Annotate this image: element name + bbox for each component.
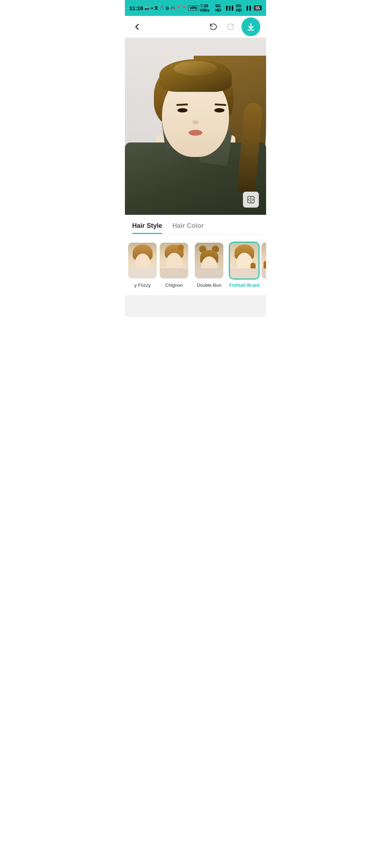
status-bar: 11:19 📷 ● 支 🎵 ◎ 🎮 📍 📍 VPN 7.20 KB/s 5G H…	[125, 0, 266, 16]
style-label-fishtail-braid: Fishtail Braid	[229, 282, 259, 288]
download-button[interactable]	[241, 17, 260, 36]
pay-icon: 支	[154, 5, 158, 11]
network-speed: 7.20 KB/s	[201, 4, 214, 12]
battery-level: 55	[254, 5, 262, 10]
style-thumb-double-bun[interactable]	[194, 242, 224, 280]
main-image-area	[125, 38, 266, 215]
signal-bars2: ▌▌	[247, 6, 252, 10]
status-icons: 📷 ● 支 🎵 ◎ 🎮 📍	[144, 5, 181, 11]
status-left: 11:19 📷 ● 支 🎵 ◎ 🎮 📍	[129, 5, 181, 11]
styles-row: y Frizzy Chignon	[125, 242, 266, 288]
location-icon: 📍	[181, 6, 186, 10]
signal-5g: 5G HD	[215, 4, 224, 12]
location-icon2: 📍	[176, 6, 181, 10]
tabs-row: Hair Style Hair Color	[132, 222, 259, 234]
style-item-wavy-frizzy[interactable]: y Frizzy	[131, 242, 154, 288]
signal-hd: 5G HD	[236, 4, 245, 12]
status-right: 📍 VPN 7.20 KB/s 5G HD ▌▌▌ 5G HD ▌▌ 55	[181, 4, 262, 12]
vpn-badge: VPN	[188, 5, 199, 11]
style-label-chignon: Chignon	[165, 282, 182, 288]
styles-section: y Frizzy Chignon	[125, 234, 266, 295]
qq-icon: ◎	[165, 6, 169, 10]
nav-actions-group	[207, 17, 260, 36]
compare-button[interactable]	[243, 192, 259, 208]
camera-icon: 📷	[144, 6, 150, 10]
top-navigation	[125, 16, 266, 38]
status-time: 11:19	[129, 5, 143, 11]
game-icon: 🎮	[170, 6, 175, 10]
bottom-area	[125, 295, 266, 317]
undo-button[interactable]	[207, 20, 220, 33]
signal-bars: ▌▌▌	[226, 6, 234, 10]
nav-left-group	[131, 20, 144, 33]
style-item-ringlet[interactable]: Ring...	[264, 242, 266, 288]
style-thumb-ringlet[interactable]	[260, 242, 266, 280]
tab-hair-style[interactable]: Hair Style	[132, 222, 162, 234]
style-thumb-chignon[interactable]	[159, 242, 189, 280]
style-thumb-wavy-frizzy[interactable]	[127, 242, 158, 280]
style-label-wavy-frizzy: y Frizzy	[134, 282, 151, 288]
redo-button[interactable]	[224, 20, 237, 33]
message-icon: ●	[151, 6, 153, 10]
style-thumb-fishtail-braid[interactable]	[229, 242, 260, 280]
style-label-double-bun: Double Bun	[197, 282, 222, 288]
style-item-fishtail-braid[interactable]: Fishtail Braid	[229, 242, 260, 288]
music-icon: 🎵	[159, 6, 164, 10]
back-button[interactable]	[131, 20, 144, 33]
style-item-double-bun[interactable]: Double Bun	[194, 242, 224, 288]
tab-hair-color[interactable]: Hair Color	[172, 222, 204, 234]
style-item-chignon[interactable]: Chignon	[159, 242, 189, 288]
tabs-section: Hair Style Hair Color	[125, 215, 266, 234]
